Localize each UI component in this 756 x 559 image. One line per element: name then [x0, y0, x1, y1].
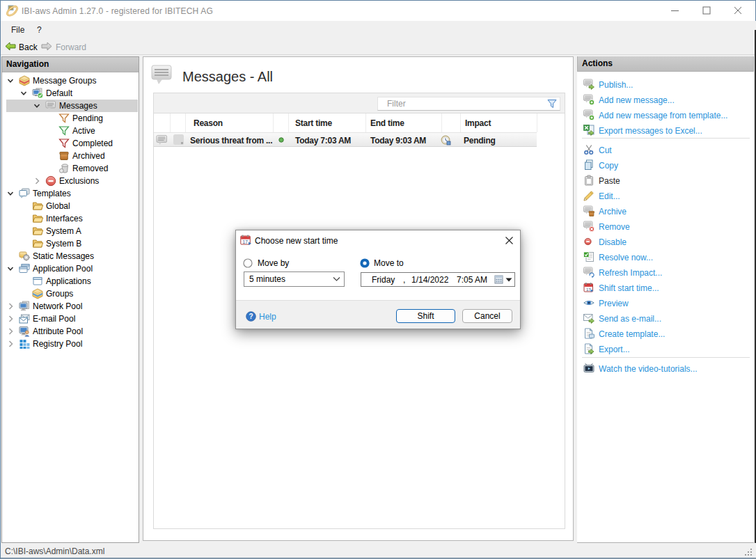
svg-text:?: ?	[249, 313, 253, 320]
svg-text:17: 17	[586, 288, 591, 292]
svg-text:17: 17	[243, 239, 249, 244]
